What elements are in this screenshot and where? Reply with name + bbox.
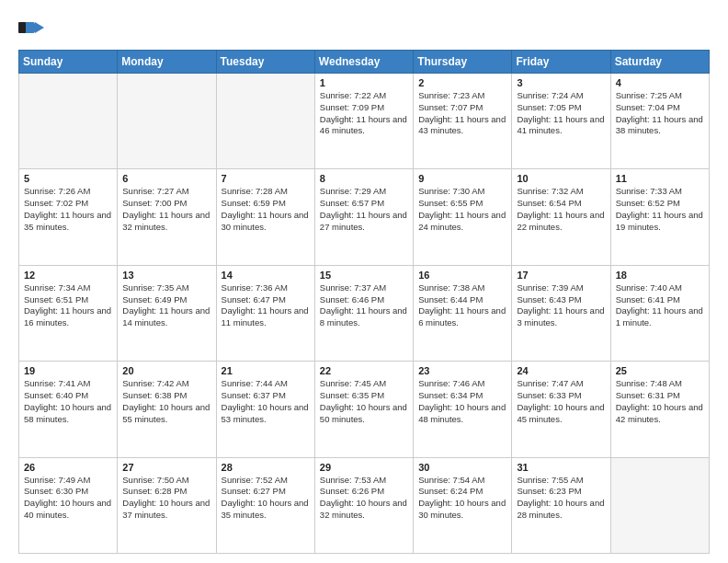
calendar-cell: 30Sunrise: 7:54 AM Sunset: 6:24 PM Dayli… xyxy=(414,457,512,553)
day-number: 6 xyxy=(122,173,210,184)
day-number: 28 xyxy=(222,462,310,473)
day-info: Sunrise: 7:42 AM Sunset: 6:38 PM Dayligh… xyxy=(122,378,210,425)
calendar-cell: 9Sunrise: 7:30 AM Sunset: 6:55 PM Daylig… xyxy=(414,169,512,265)
calendar-cell: 31Sunrise: 7:55 AM Sunset: 6:23 PM Dayli… xyxy=(512,457,610,553)
page: SundayMondayTuesdayWednesdayThursdayFrid… xyxy=(0,0,728,563)
weekday-header-tuesday: Tuesday xyxy=(216,51,314,74)
day-info: Sunrise: 7:34 AM Sunset: 6:51 PM Dayligh… xyxy=(24,282,112,329)
day-info: Sunrise: 7:26 AM Sunset: 7:02 PM Dayligh… xyxy=(24,186,112,233)
day-number: 9 xyxy=(418,173,506,184)
day-info: Sunrise: 7:49 AM Sunset: 6:30 PM Dayligh… xyxy=(24,475,112,522)
calendar-cell: 21Sunrise: 7:44 AM Sunset: 6:37 PM Dayli… xyxy=(216,362,314,457)
day-info: Sunrise: 7:47 AM Sunset: 6:33 PM Dayligh… xyxy=(517,378,605,425)
day-number: 10 xyxy=(517,173,605,184)
logo xyxy=(18,15,48,40)
calendar-cell: 19Sunrise: 7:41 AM Sunset: 6:40 PM Dayli… xyxy=(19,362,118,457)
calendar-cell: 2Sunrise: 7:23 AM Sunset: 7:07 PM Daylig… xyxy=(414,74,512,169)
day-number: 23 xyxy=(418,365,506,376)
day-number: 18 xyxy=(616,270,704,281)
svg-rect-2 xyxy=(18,22,26,33)
day-info: Sunrise: 7:46 AM Sunset: 6:34 PM Dayligh… xyxy=(418,378,506,425)
day-number: 16 xyxy=(418,270,506,281)
calendar-cell: 22Sunrise: 7:45 AM Sunset: 6:35 PM Dayli… xyxy=(314,362,413,457)
day-number: 13 xyxy=(122,270,210,281)
day-info: Sunrise: 7:38 AM Sunset: 6:44 PM Dayligh… xyxy=(418,282,506,329)
day-number: 31 xyxy=(517,462,605,473)
day-info: Sunrise: 7:23 AM Sunset: 7:07 PM Dayligh… xyxy=(418,90,506,137)
weekday-header-row: SundayMondayTuesdayWednesdayThursdayFrid… xyxy=(19,51,710,74)
day-number: 24 xyxy=(517,365,605,376)
calendar-cell: 13Sunrise: 7:35 AM Sunset: 6:49 PM Dayli… xyxy=(118,265,216,361)
day-info: Sunrise: 7:53 AM Sunset: 6:26 PM Dayligh… xyxy=(320,475,408,522)
svg-marker-1 xyxy=(35,22,44,33)
weekday-header-wednesday: Wednesday xyxy=(314,51,413,74)
day-number: 12 xyxy=(24,270,112,281)
day-number: 2 xyxy=(418,77,506,88)
day-number: 22 xyxy=(320,365,408,376)
day-info: Sunrise: 7:55 AM Sunset: 6:23 PM Dayligh… xyxy=(517,475,605,522)
day-info: Sunrise: 7:54 AM Sunset: 6:24 PM Dayligh… xyxy=(418,475,506,522)
calendar-cell: 8Sunrise: 7:29 AM Sunset: 6:57 PM Daylig… xyxy=(314,169,413,265)
day-number: 20 xyxy=(122,365,210,376)
calendar-cell: 18Sunrise: 7:40 AM Sunset: 6:41 PM Dayli… xyxy=(610,265,709,361)
week-row-4: 26Sunrise: 7:49 AM Sunset: 6:30 PM Dayli… xyxy=(19,457,710,553)
calendar-cell xyxy=(610,457,709,553)
calendar-cell: 11Sunrise: 7:33 AM Sunset: 6:52 PM Dayli… xyxy=(610,169,709,265)
day-number: 19 xyxy=(24,365,112,376)
calendar-cell: 28Sunrise: 7:52 AM Sunset: 6:27 PM Dayli… xyxy=(216,457,314,553)
day-info: Sunrise: 7:52 AM Sunset: 6:27 PM Dayligh… xyxy=(222,475,310,522)
day-info: Sunrise: 7:24 AM Sunset: 7:05 PM Dayligh… xyxy=(517,90,605,137)
day-number: 3 xyxy=(517,77,605,88)
day-number: 1 xyxy=(320,77,408,88)
calendar-cell: 20Sunrise: 7:42 AM Sunset: 6:38 PM Dayli… xyxy=(118,362,216,457)
calendar-cell: 4Sunrise: 7:25 AM Sunset: 7:04 PM Daylig… xyxy=(610,74,709,169)
day-number: 26 xyxy=(24,462,112,473)
day-info: Sunrise: 7:40 AM Sunset: 6:41 PM Dayligh… xyxy=(616,282,704,329)
week-row-2: 12Sunrise: 7:34 AM Sunset: 6:51 PM Dayli… xyxy=(19,265,710,361)
calendar-cell: 16Sunrise: 7:38 AM Sunset: 6:44 PM Dayli… xyxy=(414,265,512,361)
day-info: Sunrise: 7:39 AM Sunset: 6:43 PM Dayligh… xyxy=(517,282,605,329)
day-info: Sunrise: 7:29 AM Sunset: 6:57 PM Dayligh… xyxy=(320,186,408,233)
weekday-header-monday: Monday xyxy=(118,51,216,74)
calendar-cell: 29Sunrise: 7:53 AM Sunset: 6:26 PM Dayli… xyxy=(314,457,413,553)
day-info: Sunrise: 7:41 AM Sunset: 6:40 PM Dayligh… xyxy=(24,378,112,425)
day-info: Sunrise: 7:33 AM Sunset: 6:52 PM Dayligh… xyxy=(616,186,704,233)
day-info: Sunrise: 7:37 AM Sunset: 6:46 PM Dayligh… xyxy=(320,282,408,329)
week-row-0: 1Sunrise: 7:22 AM Sunset: 7:09 PM Daylig… xyxy=(19,74,710,169)
calendar-cell: 23Sunrise: 7:46 AM Sunset: 6:34 PM Dayli… xyxy=(414,362,512,457)
calendar-cell: 25Sunrise: 7:48 AM Sunset: 6:31 PM Dayli… xyxy=(610,362,709,457)
day-number: 29 xyxy=(320,462,408,473)
day-info: Sunrise: 7:32 AM Sunset: 6:54 PM Dayligh… xyxy=(517,186,605,233)
week-row-3: 19Sunrise: 7:41 AM Sunset: 6:40 PM Dayli… xyxy=(19,362,710,457)
day-info: Sunrise: 7:25 AM Sunset: 7:04 PM Dayligh… xyxy=(616,90,704,137)
day-number: 5 xyxy=(24,173,112,184)
day-number: 11 xyxy=(616,173,704,184)
calendar-cell: 15Sunrise: 7:37 AM Sunset: 6:46 PM Dayli… xyxy=(314,265,413,361)
day-number: 17 xyxy=(517,270,605,281)
calendar-table: SundayMondayTuesdayWednesdayThursdayFrid… xyxy=(18,50,710,554)
calendar-cell: 6Sunrise: 7:27 AM Sunset: 7:00 PM Daylig… xyxy=(118,169,216,265)
calendar-cell: 12Sunrise: 7:34 AM Sunset: 6:51 PM Dayli… xyxy=(19,265,118,361)
day-info: Sunrise: 7:22 AM Sunset: 7:09 PM Dayligh… xyxy=(320,90,408,137)
day-number: 15 xyxy=(320,270,408,281)
week-row-1: 5Sunrise: 7:26 AM Sunset: 7:02 PM Daylig… xyxy=(19,169,710,265)
day-info: Sunrise: 7:36 AM Sunset: 6:47 PM Dayligh… xyxy=(222,282,310,329)
calendar-cell: 14Sunrise: 7:36 AM Sunset: 6:47 PM Dayli… xyxy=(216,265,314,361)
day-info: Sunrise: 7:27 AM Sunset: 7:00 PM Dayligh… xyxy=(122,186,210,233)
weekday-header-friday: Friday xyxy=(512,51,610,74)
weekday-header-sunday: Sunday xyxy=(19,51,118,74)
day-number: 21 xyxy=(222,365,310,376)
day-info: Sunrise: 7:44 AM Sunset: 6:37 PM Dayligh… xyxy=(222,378,310,425)
day-info: Sunrise: 7:45 AM Sunset: 6:35 PM Dayligh… xyxy=(320,378,408,425)
logo-icon xyxy=(18,15,44,40)
day-info: Sunrise: 7:50 AM Sunset: 6:28 PM Dayligh… xyxy=(122,475,210,522)
weekday-header-thursday: Thursday xyxy=(414,51,512,74)
calendar-cell xyxy=(19,74,118,169)
calendar-cell: 7Sunrise: 7:28 AM Sunset: 6:59 PM Daylig… xyxy=(216,169,314,265)
calendar-cell: 17Sunrise: 7:39 AM Sunset: 6:43 PM Dayli… xyxy=(512,265,610,361)
day-info: Sunrise: 7:35 AM Sunset: 6:49 PM Dayligh… xyxy=(122,282,210,329)
calendar-cell: 1Sunrise: 7:22 AM Sunset: 7:09 PM Daylig… xyxy=(314,74,413,169)
calendar-cell: 26Sunrise: 7:49 AM Sunset: 6:30 PM Dayli… xyxy=(19,457,118,553)
calendar-cell xyxy=(118,74,216,169)
calendar-cell: 10Sunrise: 7:32 AM Sunset: 6:54 PM Dayli… xyxy=(512,169,610,265)
